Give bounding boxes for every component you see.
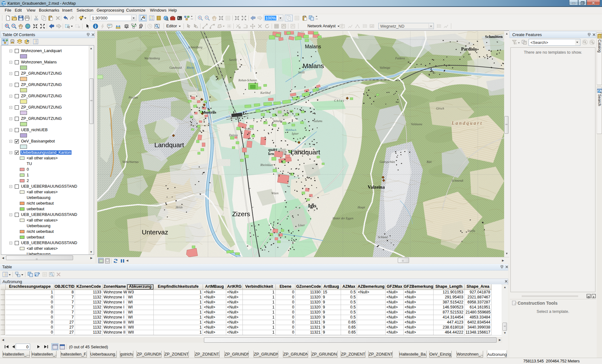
- svg-text:Valtschiarnus: Valtschiarnus: [122, 160, 139, 163]
- svg-text:Valzeina: Valzeina: [368, 185, 385, 190]
- svg-text:Igiser: Igiser: [291, 132, 299, 135]
- svg-text:Löser: Löser: [298, 224, 305, 227]
- svg-text:Wachtenberg: Wachtenberg: [144, 57, 160, 60]
- svg-text:Stürfis: Stürfis: [467, 229, 475, 233]
- svg-text:Untervaz: Untervaz: [142, 228, 168, 236]
- svg-text:Pardisla: Pardisla: [461, 47, 477, 51]
- svg-text:XY: XY: [139, 27, 142, 29]
- svg-text:Gundwald: Gundwald: [169, 66, 182, 69]
- svg-text:Dalavo: Dalavo: [229, 134, 238, 137]
- svg-text:Mühlbach: Mühlbach: [285, 128, 296, 131]
- svg-text:Schmendi: Schmendi: [452, 179, 463, 182]
- svg-text:Valdauna: Valdauna: [411, 123, 422, 126]
- svg-text:Pixalun: Pixalun: [128, 96, 138, 99]
- svg-text:Salums: Salums: [314, 120, 322, 123]
- svg-text:Landquart: Landquart: [451, 120, 483, 126]
- svg-text:Heide: Heide: [175, 206, 183, 209]
- svg-text:Zan Burg: Zan Burg: [292, 149, 303, 153]
- svg-text:Schmitten: Schmitten: [485, 34, 503, 39]
- svg-text:Fuldera: Fuldera: [395, 57, 405, 60]
- svg-text:Skelli: Skelli: [298, 71, 305, 74]
- svg-text:Anhalta: Anhalta: [273, 120, 282, 123]
- svg-text:Igis: Igis: [308, 203, 317, 209]
- svg-text:Karlihof: Karlihof: [260, 91, 271, 94]
- svg-text:A: A: [196, 26, 198, 29]
- svg-text:C h l u s: C h l u s: [334, 99, 344, 102]
- svg-text:Landquart: Landquart: [154, 141, 184, 148]
- svg-text:Gadegschütz: Gadegschütz: [380, 160, 395, 163]
- svg-text:Rohan-Schanze: Rohan-Schanze: [238, 79, 257, 82]
- svg-text:Mastrils: Mastrils: [202, 110, 216, 115]
- svg-text:Haupt: Haupt: [357, 206, 365, 209]
- svg-text:Trätsch: Trätsch: [245, 127, 254, 131]
- svg-text:Sarelli: Sarelli: [229, 58, 237, 62]
- svg-text:Schmidberg: Schmidberg: [188, 46, 202, 49]
- svg-text:Rhein: Rhein: [186, 66, 194, 69]
- svg-text:Hinter der Eggen: Hinter der Eggen: [332, 217, 354, 220]
- svg-text:Zizers: Zizers: [232, 210, 250, 217]
- svg-text:Vallmiga: Vallmiga: [380, 66, 390, 69]
- svg-text:Schlund: Schlund: [378, 236, 388, 239]
- svg-text:Wizen: Wizen: [271, 192, 279, 195]
- svg-text:Malans: Malans: [303, 62, 324, 69]
- svg-text:Malans: Malans: [305, 44, 321, 49]
- svg-text:Rüti: Rüti: [426, 160, 432, 163]
- svg-text:Rheinlüser: Rheinlüser: [260, 163, 273, 167]
- svg-text:Girsch: Girsch: [436, 107, 444, 110]
